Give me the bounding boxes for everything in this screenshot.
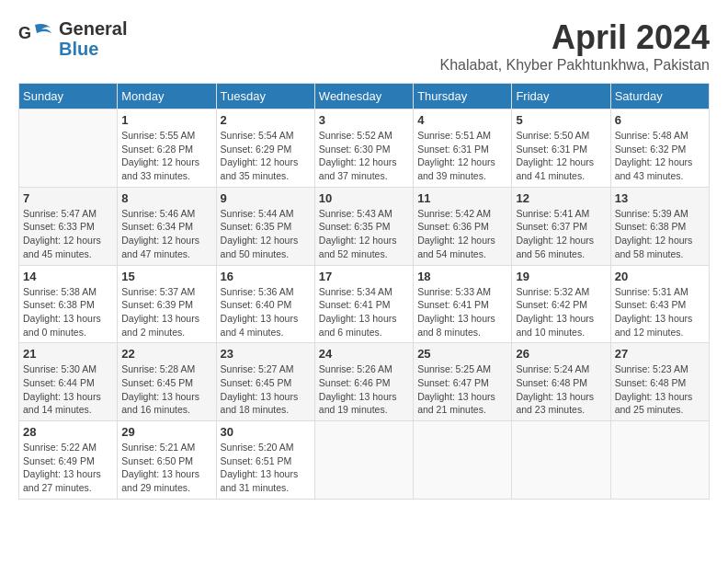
day-info: Sunrise: 5:26 AM Sunset: 6:46 PM Dayligh… xyxy=(319,362,409,417)
weekday-header-wednesday: Wednesday xyxy=(314,84,413,109)
day-number: 17 xyxy=(319,270,409,283)
calendar-cell: 17Sunrise: 5:34 AM Sunset: 6:41 PM Dayli… xyxy=(314,265,413,343)
calendar-cell: 13Sunrise: 5:39 AM Sunset: 6:38 PM Dayli… xyxy=(610,187,709,265)
day-number: 6 xyxy=(615,113,705,127)
calendar-cell xyxy=(414,421,512,500)
day-info: Sunrise: 5:36 AM Sunset: 6:40 PM Dayligh… xyxy=(221,285,311,339)
day-info: Sunrise: 5:31 AM Sunset: 6:43 PM Dayligh… xyxy=(615,285,705,339)
day-number: 4 xyxy=(417,113,507,127)
calendar-cell: 18Sunrise: 5:33 AM Sunset: 6:41 PM Dayli… xyxy=(414,265,512,343)
day-info: Sunrise: 5:34 AM Sunset: 6:41 PM Dayligh… xyxy=(319,285,409,339)
calendar-cell: 24Sunrise: 5:26 AM Sunset: 6:46 PM Dayli… xyxy=(314,343,413,421)
day-info: Sunrise: 5:21 AM Sunset: 6:50 PM Dayligh… xyxy=(121,441,211,495)
calendar-cell: 1Sunrise: 5:55 AM Sunset: 6:28 PM Daylig… xyxy=(118,109,216,188)
day-number: 14 xyxy=(23,270,113,283)
calendar-cell: 23Sunrise: 5:27 AM Sunset: 6:45 PM Dayli… xyxy=(216,343,314,421)
day-number: 1 xyxy=(121,113,211,127)
day-info: Sunrise: 5:22 AM Sunset: 6:49 PM Dayligh… xyxy=(23,441,113,495)
calendar-cell xyxy=(314,421,413,500)
calendar-cell: 16Sunrise: 5:36 AM Sunset: 6:40 PM Dayli… xyxy=(216,265,314,343)
day-number: 10 xyxy=(319,191,409,205)
day-number: 30 xyxy=(221,425,311,439)
day-info: Sunrise: 5:27 AM Sunset: 6:45 PM Dayligh… xyxy=(221,362,311,417)
calendar-cell: 14Sunrise: 5:38 AM Sunset: 6:38 PM Dayli… xyxy=(19,265,118,343)
weekday-header-saturday: Saturday xyxy=(610,84,709,109)
calendar-cell: 25Sunrise: 5:25 AM Sunset: 6:47 PM Dayli… xyxy=(414,343,512,421)
day-info: Sunrise: 5:37 AM Sunset: 6:39 PM Dayligh… xyxy=(121,285,211,339)
day-info: Sunrise: 5:23 AM Sunset: 6:48 PM Dayligh… xyxy=(615,362,705,417)
calendar-cell xyxy=(19,109,118,188)
calendar-cell: 30Sunrise: 5:20 AM Sunset: 6:51 PM Dayli… xyxy=(216,421,314,500)
calendar-cell: 11Sunrise: 5:42 AM Sunset: 6:36 PM Dayli… xyxy=(414,187,512,265)
day-info: Sunrise: 5:25 AM Sunset: 6:47 PM Dayligh… xyxy=(417,362,507,417)
title-section: April 2024 Khalabat, Khyber Pakhtunkhwa,… xyxy=(439,18,710,74)
calendar-cell: 2Sunrise: 5:54 AM Sunset: 6:29 PM Daylig… xyxy=(216,109,314,188)
day-info: Sunrise: 5:55 AM Sunset: 6:28 PM Dayligh… xyxy=(121,129,211,183)
day-number: 25 xyxy=(417,347,507,361)
day-number: 11 xyxy=(417,191,507,205)
day-info: Sunrise: 5:33 AM Sunset: 6:41 PM Dayligh… xyxy=(417,285,507,339)
day-info: Sunrise: 5:43 AM Sunset: 6:35 PM Dayligh… xyxy=(319,207,409,261)
calendar-cell xyxy=(512,421,610,500)
day-info: Sunrise: 5:54 AM Sunset: 6:29 PM Dayligh… xyxy=(221,129,311,183)
day-info: Sunrise: 5:32 AM Sunset: 6:42 PM Dayligh… xyxy=(516,285,606,339)
day-number: 2 xyxy=(221,113,311,127)
day-info: Sunrise: 5:44 AM Sunset: 6:35 PM Dayligh… xyxy=(221,207,311,261)
calendar-week-row: 14Sunrise: 5:38 AM Sunset: 6:38 PM Dayli… xyxy=(19,265,710,343)
calendar-week-row: 1Sunrise: 5:55 AM Sunset: 6:28 PM Daylig… xyxy=(19,109,710,188)
calendar-cell: 3Sunrise: 5:52 AM Sunset: 6:30 PM Daylig… xyxy=(314,109,413,188)
day-info: Sunrise: 5:51 AM Sunset: 6:31 PM Dayligh… xyxy=(417,129,507,183)
calendar-cell: 27Sunrise: 5:23 AM Sunset: 6:48 PM Dayli… xyxy=(610,343,709,421)
day-info: Sunrise: 5:28 AM Sunset: 6:45 PM Dayligh… xyxy=(121,362,211,417)
day-info: Sunrise: 5:47 AM Sunset: 6:33 PM Dayligh… xyxy=(23,207,113,261)
day-number: 22 xyxy=(121,347,211,361)
calendar-cell: 29Sunrise: 5:21 AM Sunset: 6:50 PM Dayli… xyxy=(118,421,216,500)
day-info: Sunrise: 5:39 AM Sunset: 6:38 PM Dayligh… xyxy=(615,207,705,261)
day-info: Sunrise: 5:20 AM Sunset: 6:51 PM Dayligh… xyxy=(221,441,311,495)
day-info: Sunrise: 5:24 AM Sunset: 6:48 PM Dayligh… xyxy=(516,362,606,417)
logo-text: General Blue xyxy=(59,18,127,59)
logo: G General Blue xyxy=(18,18,127,59)
month-title: April 2024 xyxy=(439,18,710,57)
day-number: 13 xyxy=(615,191,705,205)
day-number: 9 xyxy=(221,191,311,205)
day-number: 29 xyxy=(121,425,211,439)
calendar-cell: 15Sunrise: 5:37 AM Sunset: 6:39 PM Dayli… xyxy=(118,265,216,343)
calendar-cell: 22Sunrise: 5:28 AM Sunset: 6:45 PM Dayli… xyxy=(118,343,216,421)
day-number: 16 xyxy=(221,270,311,283)
calendar-cell: 6Sunrise: 5:48 AM Sunset: 6:32 PM Daylig… xyxy=(610,109,709,188)
logo-icon: G xyxy=(18,20,55,57)
day-info: Sunrise: 5:48 AM Sunset: 6:32 PM Dayligh… xyxy=(615,129,705,183)
calendar-week-row: 21Sunrise: 5:30 AM Sunset: 6:44 PM Dayli… xyxy=(19,343,710,421)
day-number: 21 xyxy=(23,347,113,361)
weekday-header-sunday: Sunday xyxy=(19,84,118,109)
calendar-cell: 10Sunrise: 5:43 AM Sunset: 6:35 PM Dayli… xyxy=(314,187,413,265)
calendar-cell xyxy=(610,421,709,500)
calendar-table: SundayMondayTuesdayWednesdayThursdayFrid… xyxy=(18,83,710,500)
calendar-cell: 5Sunrise: 5:50 AM Sunset: 6:31 PM Daylig… xyxy=(512,109,610,188)
weekday-header-row: SundayMondayTuesdayWednesdayThursdayFrid… xyxy=(19,84,710,109)
calendar-cell: 9Sunrise: 5:44 AM Sunset: 6:35 PM Daylig… xyxy=(216,187,314,265)
day-number: 18 xyxy=(417,270,507,283)
calendar-cell: 19Sunrise: 5:32 AM Sunset: 6:42 PM Dayli… xyxy=(512,265,610,343)
day-number: 8 xyxy=(121,191,211,205)
day-number: 24 xyxy=(319,347,409,361)
location-title: Khalabat, Khyber Pakhtunkhwa, Pakistan xyxy=(439,57,710,74)
day-number: 15 xyxy=(121,270,211,283)
day-info: Sunrise: 5:52 AM Sunset: 6:30 PM Dayligh… xyxy=(319,129,409,183)
calendar-cell: 21Sunrise: 5:30 AM Sunset: 6:44 PM Dayli… xyxy=(19,343,118,421)
calendar-cell: 20Sunrise: 5:31 AM Sunset: 6:43 PM Dayli… xyxy=(610,265,709,343)
day-number: 27 xyxy=(615,347,705,361)
day-number: 3 xyxy=(319,113,409,127)
calendar-cell: 7Sunrise: 5:47 AM Sunset: 6:33 PM Daylig… xyxy=(19,187,118,265)
day-info: Sunrise: 5:38 AM Sunset: 6:38 PM Dayligh… xyxy=(23,285,113,339)
svg-text:G: G xyxy=(18,24,31,42)
calendar-week-row: 28Sunrise: 5:22 AM Sunset: 6:49 PM Dayli… xyxy=(19,421,710,500)
day-number: 19 xyxy=(516,270,606,283)
day-number: 23 xyxy=(221,347,311,361)
day-info: Sunrise: 5:42 AM Sunset: 6:36 PM Dayligh… xyxy=(417,207,507,261)
day-info: Sunrise: 5:50 AM Sunset: 6:31 PM Dayligh… xyxy=(516,129,606,183)
calendar-cell: 8Sunrise: 5:46 AM Sunset: 6:34 PM Daylig… xyxy=(118,187,216,265)
weekday-header-friday: Friday xyxy=(512,84,610,109)
weekday-header-tuesday: Tuesday xyxy=(216,84,314,109)
